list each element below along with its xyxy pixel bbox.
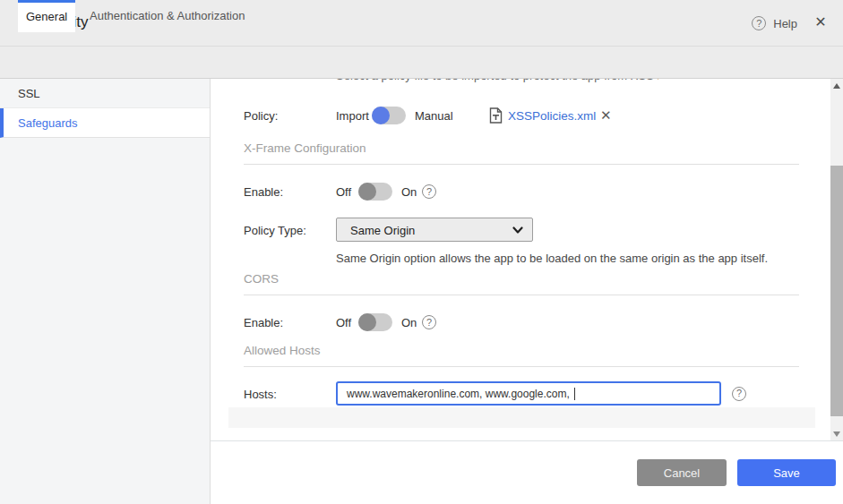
help-icon	[752, 16, 766, 30]
tab-bar	[0, 47, 843, 78]
policy-type-row: Policy Type: Same Origin	[228, 218, 815, 242]
toggle-knob	[372, 107, 390, 124]
policy-type-select[interactable]: Same Origin	[336, 218, 533, 242]
cors-enable-toggle[interactable]	[358, 313, 392, 331]
hosts-row: Hosts: www.wavemakeronline.com, www.goog…	[228, 381, 815, 406]
xframe-on-label: On	[401, 185, 417, 199]
tab-bar-divider	[0, 78, 843, 79]
policy-type-label: Policy Type:	[244, 223, 306, 236]
xframe-enable-row: Enable: Off On	[228, 179, 815, 204]
scroll-up-arrow-icon[interactable]	[833, 83, 840, 89]
save-button[interactable]: Save	[737, 459, 836, 486]
help-button[interactable]: Help	[752, 15, 797, 31]
hosts-input-value: www.wavemakeronline.com, www.google.com,	[347, 388, 572, 400]
help-label: Help	[773, 17, 797, 30]
tab-authentication-authorization[interactable]: Authentication & Authorization	[77, 0, 257, 31]
hosts-input[interactable]: www.wavemakeronline.com, www.google.com,	[336, 381, 721, 406]
policy-toggle[interactable]	[372, 107, 406, 124]
chevron-down-icon	[512, 226, 523, 235]
sidebar: SSL Safeguards	[0, 79, 211, 504]
xframe-off-label: Off	[336, 185, 351, 199]
policy-type-value: Same Origin	[350, 223, 415, 236]
cors-help-icon[interactable]	[422, 315, 436, 329]
policy-row: Policy: Import Manual XSSPolicies.xml	[228, 103, 815, 128]
section-title-cors: CORS	[244, 272, 279, 286]
scroll-down-arrow-icon[interactable]	[833, 431, 840, 437]
section-title-xframe: X-Frame Configuration	[244, 141, 366, 155]
remove-file-icon[interactable]	[600, 107, 612, 124]
policy-import-label: Import	[336, 109, 369, 123]
cors-on-label: On	[401, 316, 417, 329]
policy-file: XSSPolicies.xml	[489, 107, 596, 124]
xframe-enable-toggle[interactable]	[358, 183, 392, 201]
xframe-enable-label: Enable:	[244, 185, 283, 199]
text-caret	[574, 388, 575, 400]
toggle-knob	[358, 313, 376, 331]
cors-off-label: Off	[336, 316, 351, 329]
panel-bottom-strip	[228, 407, 815, 428]
close-icon[interactable]	[813, 14, 829, 30]
section-divider	[244, 366, 799, 367]
policy-label: Policy:	[244, 109, 278, 123]
security-dialog: Security Help General Authentication & A…	[0, 0, 843, 504]
cors-enable-row: Enable: Off On	[228, 310, 815, 335]
section-divider	[244, 164, 799, 165]
policy-file-link[interactable]: XSSPolicies.xml	[508, 109, 596, 123]
hosts-label: Hosts:	[244, 387, 277, 400]
policy-manual-label: Manual	[415, 109, 453, 123]
cors-enable-label: Enable:	[244, 316, 283, 329]
scrollbar-thumb[interactable]	[830, 166, 843, 416]
vertical-scrollbar[interactable]	[830, 79, 843, 441]
footer-divider	[211, 440, 843, 441]
xml-file-icon	[489, 107, 503, 124]
cancel-button[interactable]: Cancel	[637, 459, 727, 486]
tab-general[interactable]: General	[18, 0, 75, 32]
toggle-knob	[358, 183, 376, 201]
xframe-help-icon[interactable]	[422, 184, 436, 199]
section-divider	[244, 295, 799, 295]
settings-panel: Select a policy file to be imported to p…	[228, 79, 815, 428]
policy-type-helper-text: Same Origin option allows the app to be …	[336, 252, 768, 265]
clipped-helper-text: Select a policy file to be imported to p…	[336, 79, 658, 82]
sidebar-item-safeguards[interactable]: Safeguards	[0, 108, 210, 138]
sidebar-item-ssl[interactable]: SSL	[0, 79, 210, 108]
hosts-help-icon[interactable]	[732, 387, 746, 401]
section-title-allowed-hosts: Allowed Hosts	[244, 344, 321, 357]
